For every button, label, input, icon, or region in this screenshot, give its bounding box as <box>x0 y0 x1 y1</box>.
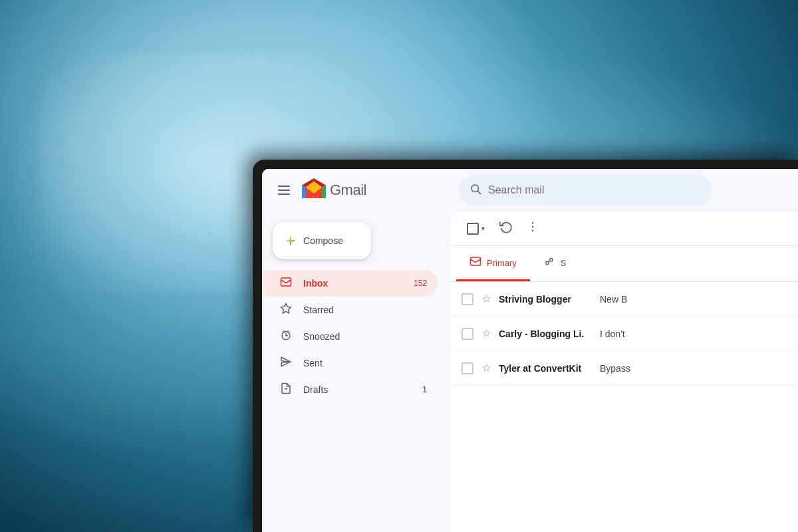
gmail-m-icon <box>302 178 326 202</box>
search-icon <box>469 183 481 198</box>
more-options-button[interactable] <box>522 216 543 241</box>
gmail-logo: Gmail <box>302 178 366 202</box>
hamburger-line-2 <box>278 190 290 191</box>
sidebar-item-drafts[interactable]: Drafts 1 <box>262 376 438 403</box>
select-checkbox <box>467 223 479 235</box>
refresh-button[interactable] <box>495 216 517 241</box>
email-tabs: Primary S <box>451 246 798 282</box>
email-area: ▾ <box>451 211 798 532</box>
main-content: + Compose Inbox 152 <box>262 211 798 532</box>
screen: Gmail + Compose <box>262 169 798 532</box>
snoozed-label: Snoozed <box>303 331 427 342</box>
sidebar-item-snoozed[interactable]: Snoozed <box>262 323 438 350</box>
email-preview-3: Bypass <box>600 363 680 374</box>
sidebar-item-starred[interactable]: Starred <box>262 297 438 323</box>
device-frame: Gmail + Compose <box>253 160 798 532</box>
email-sender-3: Tyler at ConvertKit <box>499 363 592 374</box>
snoozed-icon <box>279 329 293 344</box>
gmail-header: Gmail <box>262 169 798 211</box>
tab-primary[interactable]: Primary <box>456 246 530 281</box>
sidebar: + Compose Inbox 152 <box>262 211 448 532</box>
sent-label: Sent <box>303 358 427 368</box>
svg-rect-12 <box>471 257 481 265</box>
compose-label: Compose <box>303 235 343 246</box>
primary-tab-label: Primary <box>487 258 517 268</box>
tab-social[interactable]: S <box>530 246 580 281</box>
email-row[interactable]: ☆ Striving Blogger New B <box>451 282 798 317</box>
email-toolbar: ▾ <box>451 211 798 246</box>
svg-rect-2 <box>281 278 291 286</box>
search-input[interactable] <box>488 184 701 196</box>
starred-label: Starred <box>303 305 427 315</box>
email-star-2[interactable]: ☆ <box>481 327 491 340</box>
app-name-label: Gmail <box>330 182 366 199</box>
svg-point-11 <box>532 230 534 232</box>
email-row[interactable]: ☆ Tyler at ConvertKit Bypass <box>451 351 798 386</box>
hamburger-line-3 <box>278 194 290 195</box>
email-sender-1: Striving Blogger <box>499 294 592 305</box>
sidebar-item-inbox[interactable]: Inbox 152 <box>262 270 438 297</box>
svg-marker-3 <box>281 304 291 313</box>
star-icon <box>279 303 293 317</box>
svg-line-1 <box>477 191 480 194</box>
svg-point-9 <box>532 222 534 224</box>
header-left: Gmail <box>273 178 459 202</box>
inbox-label: Inbox <box>303 278 403 289</box>
svg-point-10 <box>532 226 534 228</box>
drafts-label: Drafts <box>303 384 412 395</box>
hamburger-menu-button[interactable] <box>273 180 295 200</box>
email-preview-2: I don't <box>600 329 680 339</box>
email-sender-2: Carly - Blogging Li. <box>499 329 592 339</box>
email-star-1[interactable]: ☆ <box>481 293 491 305</box>
svg-line-15 <box>549 261 550 262</box>
drafts-count: 1 <box>422 385 427 394</box>
email-checkbox-1[interactable] <box>462 293 473 305</box>
svg-point-14 <box>550 259 553 262</box>
compose-plus-icon: + <box>286 233 295 249</box>
svg-point-13 <box>546 261 549 265</box>
email-row[interactable]: ☆ Carly - Blogging Li. I don't <box>451 317 798 351</box>
email-checkbox-3[interactable] <box>462 362 473 374</box>
select-all-button[interactable]: ▾ <box>462 219 490 239</box>
social-tab-label: S <box>561 258 567 268</box>
email-preview-1: New B <box>600 294 680 305</box>
drafts-icon <box>279 382 293 397</box>
email-checkbox-2[interactable] <box>462 328 473 340</box>
inbox-icon <box>279 276 293 291</box>
hamburger-line-1 <box>278 186 290 187</box>
inbox-count: 152 <box>414 279 427 288</box>
svg-marker-7 <box>281 357 291 366</box>
chevron-down-icon: ▾ <box>481 225 485 232</box>
email-list: ☆ Striving Blogger New B ☆ Carly - Blogg… <box>451 282 798 532</box>
search-bar[interactable] <box>459 175 712 205</box>
social-tab-icon <box>543 255 555 270</box>
primary-tab-icon <box>469 255 481 270</box>
compose-button[interactable]: + Compose <box>273 222 371 259</box>
email-star-3[interactable]: ☆ <box>481 362 491 374</box>
sidebar-item-sent[interactable]: Sent <box>262 350 438 376</box>
sent-icon <box>279 356 293 370</box>
